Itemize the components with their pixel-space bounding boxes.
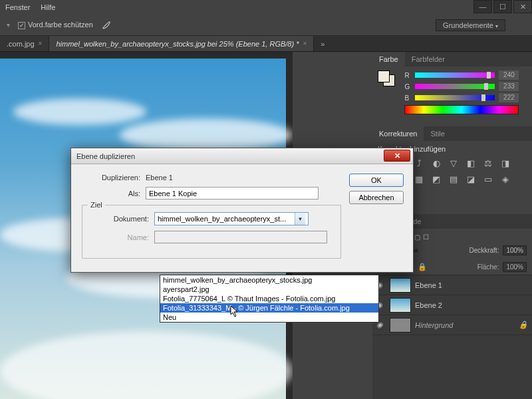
layer-row[interactable]: ◉ Ebene 2 — [372, 295, 532, 315]
hue-icon[interactable]: ◧ — [464, 157, 477, 169]
r-value[interactable]: 240 — [499, 70, 519, 80]
lookup-icon[interactable]: ▦ — [412, 173, 426, 185]
fill-label: Fläche: — [477, 263, 499, 271]
color-panel: R 240 G 233 B 222 — [372, 66, 532, 126]
duplicate-source: Ebene 1 — [146, 174, 173, 182]
layer-name[interactable]: Ebene 1 — [415, 281, 442, 289]
color-swatches[interactable] — [378, 70, 395, 86]
layer-thumb — [390, 298, 411, 313]
chevron-down-icon: ▼ — [295, 213, 305, 225]
r-slider[interactable] — [415, 72, 495, 78]
name-input — [154, 231, 327, 243]
tab-label: himmel_wolken_by_archaeopteryx_stocks.jp… — [56, 40, 299, 48]
opacity-value[interactable]: 100% — [503, 245, 527, 255]
workspace-selector[interactable]: Grundelemente ▾ — [436, 19, 505, 31]
dropdown-option-selected[interactable]: Fotolia_31333343_M - © Jürgen Fälchle - … — [160, 303, 378, 313]
rgb-sliders: R 240 G 233 B 222 — [404, 70, 519, 114]
tab-farbe[interactable]: Farbe — [372, 52, 405, 66]
tab-farbfelder[interactable]: Farbfelder — [405, 52, 452, 66]
options-bar: ▾ ✓Vord.farbe schützen Grundelemente ▾ — [0, 15, 532, 36]
layer-thumb — [390, 318, 411, 332]
menu-hilfe[interactable]: Hilfe — [41, 3, 55, 11]
filter-shape-icon[interactable]: ▢ — [414, 233, 420, 241]
dialog-title: Ebene duplizieren — [76, 152, 135, 160]
gradient-map-icon[interactable]: ▭ — [481, 173, 495, 185]
document-tabs: .com.jpg × himmel_wolken_by_archaeoptery… — [0, 36, 532, 52]
vibrance-icon[interactable]: ▽ — [447, 157, 460, 169]
name-label: Name: — [88, 233, 154, 241]
document-selected: himmel_wolken_by_archaeopteryx_st... — [158, 215, 286, 223]
menubar: Fenster Hilfe — [0, 0, 532, 15]
balance-icon[interactable]: ⚖ — [481, 157, 495, 169]
curves-icon[interactable]: ⤴ — [412, 157, 426, 169]
bw-icon[interactable]: ◨ — [499, 157, 512, 169]
b-value[interactable]: 222 — [499, 93, 519, 102]
posterize-icon[interactable]: ▤ — [447, 173, 460, 185]
close-icon[interactable]: × — [39, 40, 43, 47]
b-slider[interactable] — [415, 95, 495, 100]
adjustments-panel-tabs: Korrekturen Stile — [372, 126, 532, 141]
vordfarbe-label: Vord.farbe schützen — [28, 21, 93, 29]
menu-fenster[interactable]: Fenster — [5, 3, 30, 11]
layer-list: ◉ Ebene 1 ◉ Ebene 2 ◉ Hintergrund 🔒 — [372, 275, 532, 399]
maximize-button[interactable]: ☐ — [493, 0, 512, 13]
dialog-close-button[interactable]: ✕ — [384, 150, 410, 162]
document-select[interactable]: himmel_wolken_by_archaeopteryx_st... ▼ — [154, 212, 309, 225]
tab-doc2[interactable]: himmel_wolken_by_archaeopteryx_stocks.jp… — [49, 36, 314, 51]
b-label: B — [404, 94, 411, 102]
layer-thumb — [390, 278, 411, 293]
dropdown-option[interactable]: ayerspart2.jpg — [160, 285, 378, 294]
color-panel-tabs: Farbe Farbfelder — [372, 52, 532, 66]
close-button[interactable]: ✕ — [513, 0, 532, 13]
duplicate-label: Duplizieren: — [79, 174, 146, 182]
opacity-label: Deckkraft: — [469, 247, 499, 254]
layer-row[interactable]: ◉ Ebene 1 — [372, 275, 532, 295]
cancel-button[interactable]: Abbrechen — [349, 191, 404, 204]
threshold-icon[interactable]: ◪ — [464, 173, 477, 185]
g-label: G — [404, 83, 411, 90]
close-icon[interactable]: × — [303, 40, 307, 47]
invert-icon[interactable]: ◩ — [430, 173, 443, 185]
dropdown-option[interactable]: himmel_wolken_by_archaeopteryx_stocks.jp… — [160, 275, 378, 285]
dropdown-option[interactable]: Fotolia_7775064_L © Thaut Images - Fotol… — [160, 294, 378, 303]
document-dropdown: himmel_wolken_by_archaeopteryx_stocks.jp… — [160, 275, 379, 323]
duplicate-layer-dialog: Ebene duplizieren ✕ OK Abbrechen Duplizi… — [70, 148, 414, 273]
tool-preset-chevron[interactable]: ▾ — [7, 21, 10, 29]
spectrum-bar[interactable] — [404, 105, 519, 114]
as-input[interactable] — [146, 187, 319, 200]
document-label: Dokument: — [88, 215, 154, 223]
r-label: R — [404, 72, 411, 79]
fill-value[interactable]: 100% — [503, 262, 527, 272]
checkbox-icon: ✓ — [18, 22, 25, 29]
tab-stile[interactable]: Stile — [424, 126, 451, 141]
vordfarbe-option[interactable]: ✓Vord.farbe schützen — [18, 21, 93, 29]
tab-doc1[interactable]: .com.jpg × — [0, 36, 49, 51]
g-slider[interactable] — [415, 84, 495, 89]
tab-korrekturen[interactable]: Korrekturen — [372, 126, 424, 141]
g-value[interactable]: 233 — [499, 82, 519, 91]
window-controls: — ☐ ✕ — [472, 0, 532, 13]
minimize-button[interactable]: — — [473, 0, 492, 13]
filter-smart-icon[interactable]: ☐ — [423, 233, 429, 241]
exposure-icon[interactable]: ◐ — [430, 157, 443, 169]
tab-label: .com.jpg — [7, 40, 35, 48]
tab-overflow[interactable]: » — [314, 40, 331, 48]
layer-name[interactable]: Hintergrund — [415, 321, 453, 329]
as-label: Als: — [79, 190, 146, 198]
dropdown-option[interactable]: Neu — [160, 313, 378, 322]
lock-icon: 🔒 — [519, 321, 528, 329]
target-fieldset: Ziel Dokument: himmel_wolken_by_archaeop… — [82, 205, 341, 259]
lock-all-icon[interactable]: 🔒 — [418, 263, 427, 271]
ok-button[interactable]: OK — [349, 174, 404, 187]
dialog-titlebar[interactable]: Ebene duplizieren ✕ — [71, 148, 413, 164]
target-legend: Ziel — [88, 201, 105, 209]
selective-color-icon[interactable]: ◈ — [499, 173, 512, 185]
layer-row-background[interactable]: ◉ Hintergrund 🔒 — [372, 315, 532, 335]
foreground-swatch[interactable] — [378, 70, 390, 82]
workspace-label: Grundelemente — [443, 21, 493, 29]
brush-icon[interactable] — [101, 19, 113, 31]
layer-name[interactable]: Ebene 2 — [415, 301, 442, 309]
